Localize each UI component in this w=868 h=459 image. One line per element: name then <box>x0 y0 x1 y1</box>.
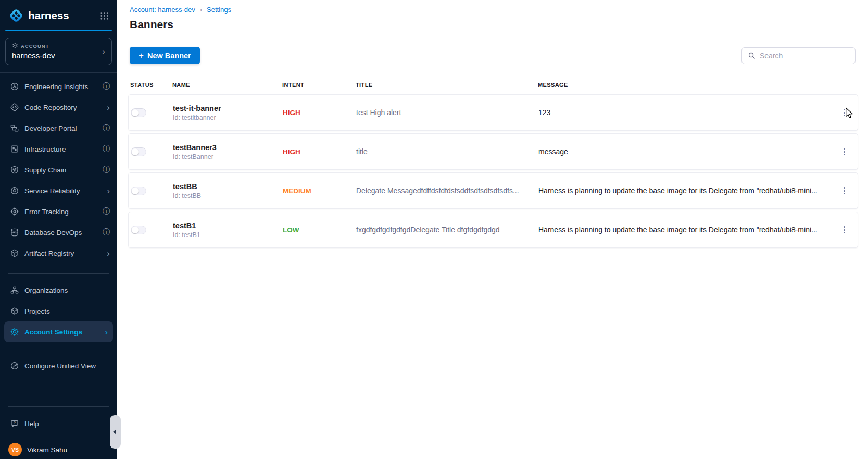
chevron-right-icon: › <box>107 249 110 258</box>
banner-message: 123 <box>538 108 833 117</box>
banner-intent: HIGH <box>283 148 356 156</box>
info-icon[interactable]: ⓘ <box>103 207 110 216</box>
banner-id: Id: testBB <box>173 192 275 200</box>
table-row[interactable]: test-it-banner Id: testitbanner HIGH tes… <box>128 94 858 131</box>
sidebar-collapse-handle[interactable] <box>110 415 121 449</box>
banner-intent: HIGH <box>283 109 356 117</box>
sidebar-item-label: Infrastructure <box>24 145 97 153</box>
sidebar-item-label: Projects <box>24 307 110 315</box>
sidebar-modules: Engineering Insights ⓘ Code Repository ›… <box>0 72 117 267</box>
sidebar-item-label: Help <box>24 420 110 428</box>
logo-row: harness <box>0 0 117 28</box>
search-box <box>741 47 856 64</box>
toggle-knob <box>132 148 139 155</box>
banner-name: testBanner3 <box>173 143 275 152</box>
sidebar-item-developer-portal[interactable]: Developer Portal ⓘ <box>0 118 117 139</box>
banner-title: fxgdfgdfgdfgdfgdDelegate Title dfgfdgdfg… <box>356 226 538 234</box>
wrench-circle-icon <box>9 361 19 370</box>
sidebar-item-error-tracking[interactable]: Error Tracking ⓘ <box>0 201 117 222</box>
banner-intent: LOW <box>283 226 356 234</box>
status-toggle[interactable] <box>131 108 146 117</box>
banner-name: testB1 <box>173 221 275 230</box>
sidebar-item-account-settings[interactable]: Account Settings › <box>4 321 113 342</box>
column-intent: INTENT <box>282 82 356 88</box>
sidebar-divider <box>8 273 109 274</box>
row-menu-icon[interactable] <box>833 185 856 196</box>
sidebar-item-label: Service Reliability <box>24 187 102 195</box>
user-menu[interactable]: VS Vikram Sahu <box>0 434 117 459</box>
banner-message: Harness is planning to update the base i… <box>538 226 833 234</box>
banner-intent: MEDIUM <box>283 187 356 195</box>
harness-logo-icon <box>8 8 24 23</box>
sidebar-item-infrastructure[interactable]: Infrastructure ⓘ <box>0 139 117 159</box>
chevron-right-icon: › <box>105 328 108 337</box>
breadcrumb-account-link[interactable]: Account: harness-dev <box>130 6 195 14</box>
sidebar-item-organizations[interactable]: Organizations <box>0 280 117 301</box>
chevron-right-icon: › <box>200 6 202 14</box>
sidebar-item-label: Configure Unified View <box>24 362 110 370</box>
toggle-knob <box>132 227 139 233</box>
service-reliability-icon <box>9 186 19 195</box>
sidebar-item-help[interactable]: ? Help <box>0 413 117 434</box>
sidebar-item-artifact-registry[interactable]: Artifact Registry › <box>0 243 117 264</box>
error-tracking-icon <box>9 207 19 216</box>
banner-title: Delegate Messagedfdffdsfdfdsfsddfsdfsdfs… <box>356 187 538 195</box>
breadcrumb-settings-link[interactable]: Settings <box>207 6 231 14</box>
row-menu-icon[interactable] <box>833 146 856 157</box>
toggle-knob <box>132 188 139 194</box>
account-selector[interactable]: ACCOUNT harness-dev › <box>5 38 112 65</box>
info-icon[interactable]: ⓘ <box>103 123 110 133</box>
info-icon[interactable]: ⓘ <box>103 228 110 237</box>
table-row[interactable]: testB1 Id: testB1 LOW fxgdfgdfgdfgdfgdDe… <box>128 212 858 248</box>
new-banner-button[interactable]: + New Banner <box>130 47 200 64</box>
sidebar-item-projects[interactable]: Projects <box>0 301 117 321</box>
row-menu-icon[interactable] <box>833 107 856 118</box>
sidebar-item-label: Engineering Insights <box>24 83 97 91</box>
row-menu-icon[interactable] <box>833 224 856 235</box>
new-banner-label: New Banner <box>147 52 191 60</box>
banner-message: Harness is planning to update the base i… <box>538 187 833 195</box>
page-title: Banners <box>130 18 856 31</box>
info-icon[interactable]: ⓘ <box>103 165 110 175</box>
avatar: VS <box>8 443 22 456</box>
sidebar-item-service-reliability[interactable]: Service Reliability › <box>0 180 117 201</box>
column-name: NAME <box>172 82 282 88</box>
column-title: TITLE <box>356 82 538 88</box>
breadcrumb: Account: harness-dev › Settings <box>130 6 856 14</box>
gear-icon <box>9 327 19 337</box>
table-header: STATUS NAME INTENT TITLE MESSAGE <box>128 75 858 94</box>
sidebar-divider <box>8 406 109 407</box>
chevron-right-icon: › <box>107 103 110 112</box>
search-icon <box>748 52 756 59</box>
app-grid-icon[interactable] <box>100 11 109 20</box>
sidebar-item-code-repository[interactable]: Code Repository › <box>0 97 117 118</box>
status-toggle[interactable] <box>131 187 146 195</box>
account-layers-icon <box>12 43 18 49</box>
table-row[interactable]: testBB Id: testBB MEDIUM Delegate Messag… <box>128 172 858 209</box>
search-input[interactable] <box>760 52 849 60</box>
sidebar-item-configure-unified-view[interactable]: Configure Unified View <box>0 355 117 376</box>
sidebar-item-engineering-insights[interactable]: Engineering Insights ⓘ <box>0 76 117 97</box>
developer-portal-icon <box>9 123 19 133</box>
supply-chain-icon <box>9 165 19 175</box>
banner-id: Id: testBanner <box>173 153 275 160</box>
table-row[interactable]: testBanner3 Id: testBanner HIGH title me… <box>128 133 858 170</box>
sidebar-item-label: Artifact Registry <box>24 250 102 257</box>
chevron-right-icon: › <box>107 187 110 195</box>
info-icon[interactable]: ⓘ <box>103 144 110 154</box>
banner-message: message <box>538 147 833 156</box>
status-toggle[interactable] <box>131 226 146 234</box>
sidebar-item-supply-chain[interactable]: Supply Chain ⓘ <box>0 159 117 180</box>
sidebar-item-label: Code Repository <box>24 104 102 111</box>
sidebar-item-label: Supply Chain <box>24 166 97 174</box>
banner-id: Id: testB1 <box>173 231 275 239</box>
column-message: MESSAGE <box>538 82 833 88</box>
sidebar-item-database-devops[interactable]: Database DevOps ⓘ <box>0 222 117 243</box>
column-status: STATUS <box>130 82 172 88</box>
infrastructure-icon <box>9 144 19 154</box>
status-toggle[interactable] <box>131 147 146 156</box>
sidebar-item-label: Developer Portal <box>24 125 97 132</box>
organizations-icon <box>9 286 19 295</box>
info-icon[interactable]: ⓘ <box>103 82 110 91</box>
code-repository-icon <box>9 103 19 112</box>
